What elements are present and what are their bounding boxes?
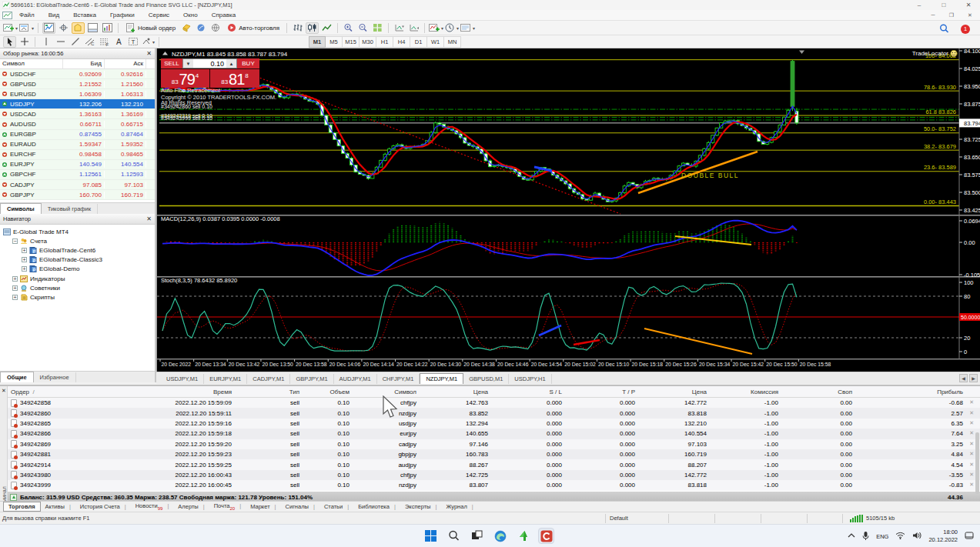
- child-close-button[interactable]: ✕: [962, 11, 978, 19]
- close-order-icon[interactable]: ✕: [969, 441, 974, 447]
- column-symbol[interactable]: Символ: [0, 59, 63, 68]
- close-order-icon[interactable]: ✕: [969, 399, 974, 405]
- metatrader-icon[interactable]: [515, 528, 531, 544]
- line-chart-button[interactable]: [320, 22, 333, 34]
- profiles-button[interactable]: ▾: [19, 22, 34, 34]
- tab-scroll-right-icon[interactable]: ▶: [969, 374, 978, 382]
- close-order-icon[interactable]: ✕: [969, 410, 974, 416]
- navigator-toggle[interactable]: [72, 22, 85, 34]
- tree-plus-icon[interactable]: +: [22, 266, 27, 272]
- column-header[interactable]: T / P: [565, 389, 638, 395]
- nav-item-account-demo[interactable]: +PEGlobal-Demo: [0, 265, 155, 274]
- chart-tab-CADJPYM1[interactable]: CADJPY,M1: [247, 374, 290, 384]
- tab-favorites[interactable]: Избранное: [34, 372, 76, 382]
- tab-symbols[interactable]: Символы: [0, 203, 42, 214]
- terminal-scrollbar[interactable]: [975, 432, 979, 494]
- market-watch-row-EURJPY[interactable]: EURJPY140.549140.554: [0, 160, 155, 170]
- text-tool[interactable]: A: [112, 36, 125, 48]
- text-label-tool[interactable]: T: [127, 36, 140, 48]
- tree-minus-icon[interactable]: −: [12, 238, 18, 244]
- terminal-tab-1[interactable]: Активы|: [41, 502, 75, 511]
- edge-icon[interactable]: [492, 528, 508, 544]
- tree-plus-icon[interactable]: +: [12, 295, 18, 300]
- market-watch-row-CADJPY[interactable]: CADJPY97.08597.103: [0, 180, 155, 190]
- chart-tab-USDJPYH1[interactable]: USDJPY,H1: [509, 374, 551, 384]
- order-row-349242858[interactable]: 3492428582022.12.20 15:59:09sell0.10chfj…: [8, 398, 980, 408]
- market-watch-row-EURCHF[interactable]: EURCHF0.984580.98465: [0, 150, 155, 160]
- timeframe-H1[interactable]: H1: [376, 36, 393, 48]
- market-watch-row-GBPJPY[interactable]: GBPJPY160.700160.719: [0, 190, 155, 200]
- channel-tool[interactable]: C: [83, 36, 96, 48]
- nav-item-root[interactable]: E-Global Trade MT4: [0, 227, 155, 236]
- close-order-icon[interactable]: ✕: [969, 462, 974, 468]
- templates-button[interactable]: ▾: [460, 22, 475, 34]
- market-watch-header[interactable]: Обзор рынка: 16:00:56✕: [0, 48, 155, 59]
- indicators-button[interactable]: ▾: [429, 22, 443, 34]
- start-button[interactable]: [423, 528, 439, 544]
- strategy-tester-toggle[interactable]: [101, 22, 114, 34]
- horizontal-line-tool[interactable]: [54, 36, 67, 48]
- auto-scroll-button[interactable]: [393, 22, 406, 34]
- zoom-out-button[interactable]: [356, 22, 370, 34]
- volume-dropdown-icon[interactable]: ▼: [183, 59, 193, 68]
- trendline-tool[interactable]: [69, 36, 82, 48]
- nav-item-scripts[interactable]: +Скрипты: [0, 292, 155, 302]
- terminal-close-icon[interactable]: ✕: [2, 388, 6, 394]
- terminal-tab-8[interactable]: Статьи|: [319, 502, 353, 511]
- timeframe-MN[interactable]: MN: [444, 36, 461, 48]
- timeframe-H4[interactable]: H4: [393, 36, 410, 48]
- arrows-tool[interactable]: ▾: [142, 36, 155, 48]
- column-header[interactable]: S / L: [491, 389, 565, 395]
- terminal-tab-11[interactable]: Журнал|: [441, 502, 477, 511]
- market-watch-close-icon[interactable]: ✕: [146, 50, 152, 57]
- chart-tab-AUDJPYM1[interactable]: AUDJPY,M1: [334, 374, 377, 384]
- periods-button[interactable]: ▾: [445, 22, 459, 34]
- market-watch-row-GBPCHF[interactable]: GBPCHF1.125611.12593: [0, 170, 155, 180]
- market-watch-row-GBPUSD[interactable]: GBPUSD1.215521.21560: [0, 79, 155, 89]
- buy-button[interactable]: BUY: [237, 58, 259, 68]
- autotrading-button[interactable]: Авто-торговля: [224, 22, 283, 34]
- column-header[interactable]: Тип: [235, 389, 303, 395]
- market-watch-row-EURAUD[interactable]: EURAUD1.593471.59352: [0, 140, 155, 150]
- market-watch-row-EURUSD[interactable]: EURUSD1.063091.06313: [0, 89, 155, 99]
- terminal-tab-4[interactable]: Алерты|: [173, 502, 209, 511]
- candlestick-chart-button[interactable]: [306, 22, 319, 34]
- price-chart[interactable]: 100- 84.06278.6- 83.93061.8 83.82650.0- …: [157, 48, 980, 372]
- taskbar-search-icon[interactable]: [446, 528, 462, 544]
- speaker-icon[interactable]: [912, 532, 921, 541]
- column-header[interactable]: Цена: [420, 389, 491, 395]
- window-minimize-button[interactable]: –: [908, 0, 931, 10]
- order-row-349242881[interactable]: 3492428812022.12.20 15:59:23sell0.10gbpj…: [8, 449, 980, 459]
- close-order-icon[interactable]: ✕: [969, 420, 974, 426]
- timeframe-M30[interactable]: M30: [360, 36, 376, 48]
- close-order-icon[interactable]: ✕: [969, 472, 974, 478]
- navigator-close-icon[interactable]: ✕: [146, 215, 152, 222]
- tile-windows-button[interactable]: [371, 22, 384, 34]
- market-watch-row-USDJPY[interactable]: USDJPY132.206132.210: [0, 99, 155, 109]
- timeframe-M1[interactable]: M1: [309, 36, 326, 48]
- market-watch-row-EURGBP[interactable]: EURGBP0.874550.87464: [0, 130, 155, 140]
- column-header[interactable]: Прибыль: [855, 389, 980, 395]
- tree-plus-icon[interactable]: +: [22, 248, 27, 253]
- close-order-icon[interactable]: ✕: [969, 482, 974, 488]
- menu-view[interactable]: Вид: [42, 12, 66, 18]
- market-watch-row-AUDUSD[interactable]: AUDUSD0.667110.66715: [0, 119, 155, 129]
- menu-help[interactable]: Справка: [205, 12, 242, 18]
- menu-service[interactable]: Сервис: [142, 12, 176, 18]
- data-window-toggle[interactable]: [57, 22, 70, 34]
- order-row-349242866[interactable]: 3492428662022.12.20 15:59:18sell0.10eurj…: [8, 429, 980, 439]
- buy-price-quote[interactable]: 83 81 8: [210, 69, 259, 88]
- child-minimize-button[interactable]: ─: [925, 11, 942, 19]
- nav-item-account-cent6[interactable]: +PEGlobalTrade-Cent6: [0, 245, 155, 255]
- volume-input[interactable]: 0.10: [193, 59, 226, 68]
- column-ask[interactable]: Аск: [105, 59, 146, 68]
- sell-price-quote[interactable]: 83 79 4: [161, 69, 209, 88]
- column-header[interactable]: Ордер /: [8, 389, 101, 395]
- chart-tab-EURJPYM1[interactable]: EURJPY,M1: [204, 374, 247, 384]
- crosshair-tool[interactable]: [18, 36, 31, 48]
- taskbar-clock[interactable]: 18:0020.12.2022: [928, 529, 958, 544]
- zoom-in-button[interactable]: [342, 22, 355, 34]
- terminal-tab-0[interactable]: Торговля: [3, 502, 41, 512]
- terminal-tab-5[interactable]: Почта20|: [209, 502, 246, 512]
- order-row-349242860[interactable]: 3492428602022.12.20 15:59:11sell0.10nzdj…: [8, 408, 980, 418]
